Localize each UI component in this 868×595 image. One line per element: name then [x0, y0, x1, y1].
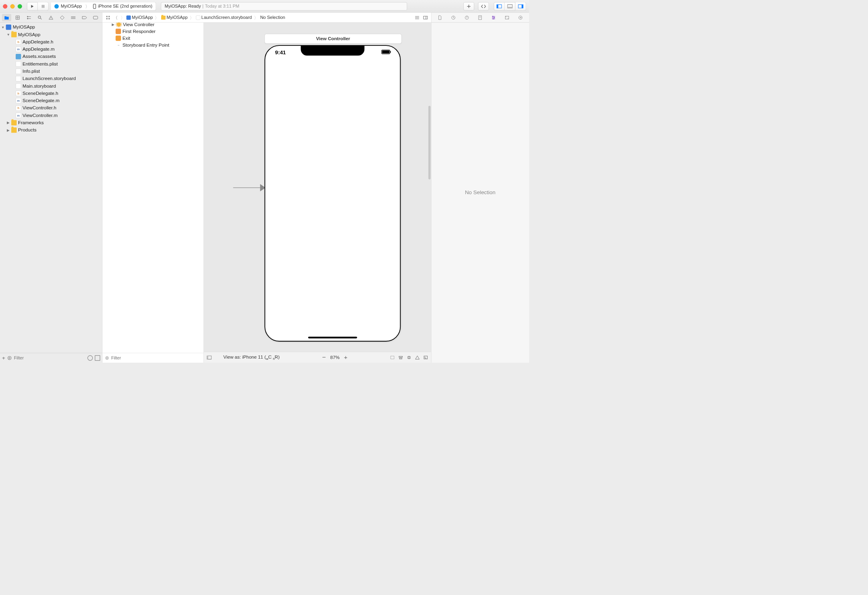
device-preview[interactable]: 9:41 [264, 45, 401, 341]
navigator-filter-input[interactable] [14, 355, 86, 361]
toggle-debug-button[interactable] [505, 2, 516, 10]
zoom-out-button[interactable]: − [322, 354, 326, 361]
tree-file[interactable]: mSceneDelegate.m [0, 97, 102, 104]
svg-rect-1 [41, 5, 44, 8]
breadcrumb[interactable]: MyiOSApp 〉 MyiOSApp 〉 LaunchScreen.story… [127, 14, 285, 21]
tree-project-root[interactable]: ▼ MyiOSApp [0, 24, 102, 31]
svg-point-62 [494, 17, 495, 18]
ib-canvas[interactable]: View Controller 9:41 [204, 13, 431, 363]
svg-rect-45 [106, 18, 108, 19]
connections-inspector-icon[interactable] [516, 14, 525, 21]
outline-item[interactable]: First Responder [104, 28, 202, 35]
inspector-empty-label: No Selection [465, 189, 495, 196]
scm-filter-icon[interactable] [95, 355, 100, 360]
size-inspector-icon[interactable] [503, 14, 512, 21]
tree-file[interactable]: Info.plist [0, 68, 102, 75]
zoom-icon[interactable] [18, 4, 22, 8]
find-navigator-icon[interactable] [35, 14, 45, 21]
tree-file[interactable]: hViewController.h [0, 105, 102, 112]
run-button[interactable] [27, 2, 38, 10]
app-icon [54, 4, 59, 8]
close-icon[interactable] [3, 4, 7, 8]
add-icon[interactable]: + [2, 355, 5, 361]
identity-inspector-icon[interactable] [476, 14, 485, 21]
plist-icon [16, 61, 21, 66]
stop-button[interactable] [38, 2, 49, 10]
outline-filter-input[interactable] [111, 355, 201, 361]
minimize-icon[interactable] [10, 4, 15, 8]
code-review-button[interactable] [478, 2, 489, 10]
align-icon[interactable] [398, 355, 403, 359]
outline-item[interactable]: → Storyboard Entry Point [104, 42, 202, 49]
nav-forward-button[interactable]: 〉 [119, 14, 126, 21]
project-navigator-icon[interactable] [2, 14, 11, 21]
project-icon [6, 25, 11, 30]
outline-tree[interactable]: ▼ View Controller Scene ▶ View Controlle… [102, 13, 204, 353]
zoom-in-button[interactable]: + [344, 354, 348, 361]
related-items-icon[interactable] [104, 14, 112, 21]
xcode-window: MyiOSApp 〉 iPhone SE (2nd generation) My… [0, 0, 529, 363]
status-ready: Ready [188, 4, 201, 9]
adjust-editor-icon[interactable] [422, 14, 429, 21]
outline-item[interactable]: Exit [104, 35, 202, 42]
view-controller-frame[interactable]: View Controller 9:41 [264, 34, 401, 342]
source-control-navigator-icon[interactable] [13, 14, 22, 21]
view-as-label[interactable]: View as: iPhone 11 (wC hR) [223, 354, 280, 360]
tree-file[interactable]: LaunchScreen.storyboard [0, 75, 102, 82]
tree-folder[interactable]: ▶Frameworks [0, 119, 102, 126]
storyboard-icon [196, 15, 201, 20]
outline-filter [102, 353, 204, 363]
test-navigator-icon[interactable] [57, 14, 67, 21]
plist-icon [16, 69, 21, 74]
pin-icon[interactable] [407, 355, 411, 359]
entry-point-icon: → [116, 42, 121, 47]
tree-file[interactable]: hAppDelegate.h [0, 38, 102, 45]
svg-rect-42 [424, 356, 428, 359]
tree-file[interactable]: mAppDelegate.m [0, 45, 102, 53]
tree-file[interactable]: Assets.xcassets [0, 53, 102, 60]
nav-back-button[interactable]: 〈 [112, 14, 119, 21]
issue-navigator-icon[interactable] [46, 14, 55, 21]
embed-icon[interactable] [423, 355, 428, 359]
svg-line-18 [41, 18, 42, 19]
scheme-selector[interactable]: MyiOSApp 〉 iPhone SE (2nd generation) [51, 2, 156, 10]
recent-filter-icon[interactable] [88, 355, 93, 360]
tree-file[interactable]: mViewController.m [0, 112, 102, 119]
navigator-filter: + [0, 353, 102, 363]
filter-scope-icon[interactable] [7, 355, 12, 360]
document-outline: ▼ View Controller Scene ▶ View Controlle… [102, 13, 204, 363]
attributes-inspector-icon[interactable] [489, 14, 498, 21]
history-inspector-icon[interactable] [449, 14, 458, 21]
svg-rect-46 [108, 18, 110, 19]
tree-folder[interactable]: ▶Products [0, 127, 102, 134]
h-file-icon: h [16, 105, 21, 111]
vertical-scrollbar[interactable] [428, 106, 430, 179]
breakpoint-navigator-icon[interactable] [80, 14, 89, 21]
vc-title-bar[interactable]: View Controller [264, 34, 401, 43]
help-inspector-icon[interactable]: ? [463, 14, 471, 21]
m-file-icon: m [16, 98, 21, 103]
resolve-issues-icon[interactable] [415, 355, 420, 359]
first-responder-icon [116, 29, 121, 34]
toggle-navigator-button[interactable] [494, 2, 505, 10]
report-navigator-icon[interactable] [91, 14, 100, 21]
debug-navigator-icon[interactable] [69, 14, 78, 21]
folder-icon [11, 32, 16, 37]
svg-rect-5 [497, 4, 498, 8]
tree-file[interactable]: Main.storyboard [0, 82, 102, 90]
tree-file[interactable]: hSceneDelegate.h [0, 90, 102, 97]
project-tree[interactable]: ▼ MyiOSApp ▼ MyiOSApp hAppDelegate.h mAp… [0, 23, 102, 353]
svg-text:?: ? [466, 16, 468, 19]
update-frames-icon[interactable] [390, 355, 395, 359]
outline-toggle-icon[interactable] [207, 355, 211, 359]
tree-group[interactable]: ▼ MyiOSApp [0, 31, 102, 38]
library-add-button[interactable] [463, 2, 474, 10]
symbol-navigator-icon[interactable] [24, 14, 33, 21]
svg-rect-36 [391, 356, 394, 359]
jump-bar[interactable]: 〈 〉 MyiOSApp 〉 MyiOSApp 〉 LaunchScreen.s… [102, 13, 431, 23]
editor-lines-icon[interactable] [414, 14, 421, 21]
svg-marker-21 [60, 16, 64, 20]
file-inspector-icon[interactable] [436, 14, 444, 21]
tree-file[interactable]: Entitlements.plist [0, 60, 102, 68]
toggle-inspector-button[interactable] [515, 2, 526, 10]
